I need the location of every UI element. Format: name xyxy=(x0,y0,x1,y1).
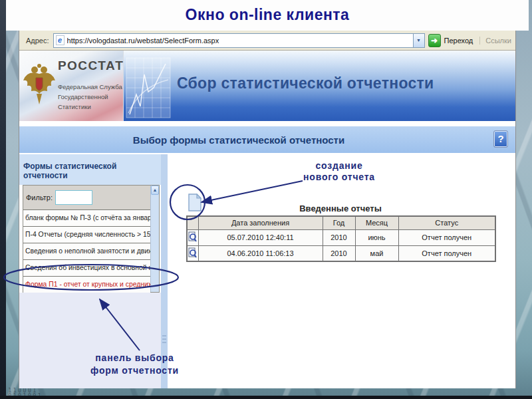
address-label: Адрес: xyxy=(26,37,49,45)
cell-date: 04.06.2010 11:06:13 xyxy=(198,245,323,261)
icon-column-header xyxy=(187,216,198,229)
annotation-new-report: создание нового отчета xyxy=(266,160,412,183)
left-dark-edge xyxy=(0,0,6,399)
banner-title: Сбор статистической отчетности xyxy=(177,74,434,92)
cell-year: 2010 xyxy=(323,229,355,245)
cell-date: 05.07.2010 12:40:11 xyxy=(198,229,323,245)
form-item-investments[interactable]: Сведения об инвестициях в основной капит… xyxy=(23,259,150,276)
reports-table: Дата заполнения Год Месяц Статус 05.07.2… xyxy=(186,215,496,262)
bottom-dark-edge xyxy=(0,396,532,399)
cell-month: июнь xyxy=(355,229,398,245)
view-report-button[interactable] xyxy=(188,231,197,242)
listbox-scrollbar[interactable]: ▲ xyxy=(150,186,159,292)
form-item-p3[interactable]: бланк формы № П-3 (с отчёта за январь 20… xyxy=(23,209,150,226)
logo-subtitle: Федеральная Служба Государственной Стати… xyxy=(58,82,122,112)
chevron-down-icon[interactable]: ▼ xyxy=(413,34,424,47)
coat-of-arms-icon xyxy=(21,59,58,112)
slide: 110001 0101001 Окно on-line клиента Адре… xyxy=(0,0,532,399)
cell-year: 2010 xyxy=(323,245,355,261)
column-year: Год xyxy=(323,216,355,229)
subheader-bar: Выбор формы статистической отчетности ? xyxy=(19,126,515,153)
filter-row: Фильтр: xyxy=(23,186,159,209)
form-item-employment[interactable]: Сведения о неполной занятости и движении… xyxy=(23,243,150,259)
site-header: РОССТАТ Федеральная Служба Государственн… xyxy=(19,51,515,121)
view-report-button[interactable] xyxy=(188,247,197,258)
cell-status: Отчет получен xyxy=(398,229,495,245)
help-button[interactable]: ? xyxy=(493,130,508,148)
subheader-title: Выбор формы статистической отчетности xyxy=(19,134,458,146)
logo-title: РОССТАТ xyxy=(58,59,124,73)
links-menu[interactable]: Ссылки xyxy=(479,37,511,45)
filter-label: Фильтр: xyxy=(26,194,53,201)
forms-listbox: ▲ Фильтр: бланк формы № П-3 (с отчёта за… xyxy=(23,185,160,293)
magnifier-document-icon xyxy=(188,247,197,258)
magnifier-document-icon xyxy=(188,231,197,242)
column-status: Статус xyxy=(398,216,495,229)
table-header-row: Дата заполнения Год Месяц Статус xyxy=(187,216,495,229)
chevron-up-icon[interactable]: ▲ xyxy=(151,186,159,195)
ie-page-icon: e xyxy=(56,35,65,45)
splitter-grip-icon xyxy=(162,335,166,344)
column-month: Месяц xyxy=(355,216,398,229)
address-bar: Адрес: e https://vologdastat.ru/webstat/… xyxy=(19,31,515,51)
reports-table-title: Введенные отчеты xyxy=(186,203,495,213)
form-item-p1-highlighted[interactable]: Форма П1 - отчет от крупных и средних ор… xyxy=(23,276,150,293)
column-date: Дата заполнения xyxy=(198,216,323,229)
go-button-label: Переход xyxy=(444,37,473,45)
rosstat-logo-block: РОССТАТ Федеральная Служба Государственн… xyxy=(19,51,124,121)
header-banner: Сбор статистической отчетности xyxy=(124,51,515,121)
go-arrow-icon: ➜ xyxy=(428,34,441,47)
sidebar-title: Формы статистической отчетности xyxy=(19,154,161,185)
form-item-p4[interactable]: П-4 Отчеты (средняя численность > 15 чел… xyxy=(23,226,150,243)
cell-status: Отчет получен xyxy=(398,245,495,261)
slide-title-band: Окно on-line клиента xyxy=(6,0,529,31)
annotation-forms-panel: панель выбора форм отчетности xyxy=(63,352,206,377)
go-button[interactable]: ➜ Переход xyxy=(428,34,479,47)
table-row: 05.07.2010 12:40:11 2010 июнь Отчет полу… xyxy=(187,229,495,245)
url-text: https://vologdastat.ru/webstat/SelectFor… xyxy=(67,37,413,45)
chart-decoration-icon xyxy=(126,57,171,118)
address-input[interactable]: e https://vologdastat.ru/webstat/SelectF… xyxy=(53,33,425,48)
slide-title: Окно on-line клиента xyxy=(6,6,529,24)
main-panel xyxy=(168,154,515,388)
filter-input[interactable] xyxy=(55,190,92,205)
cell-month: май xyxy=(355,245,398,261)
table-row: 04.06.2010 11:06:13 2010 май Отчет получ… xyxy=(187,245,495,261)
